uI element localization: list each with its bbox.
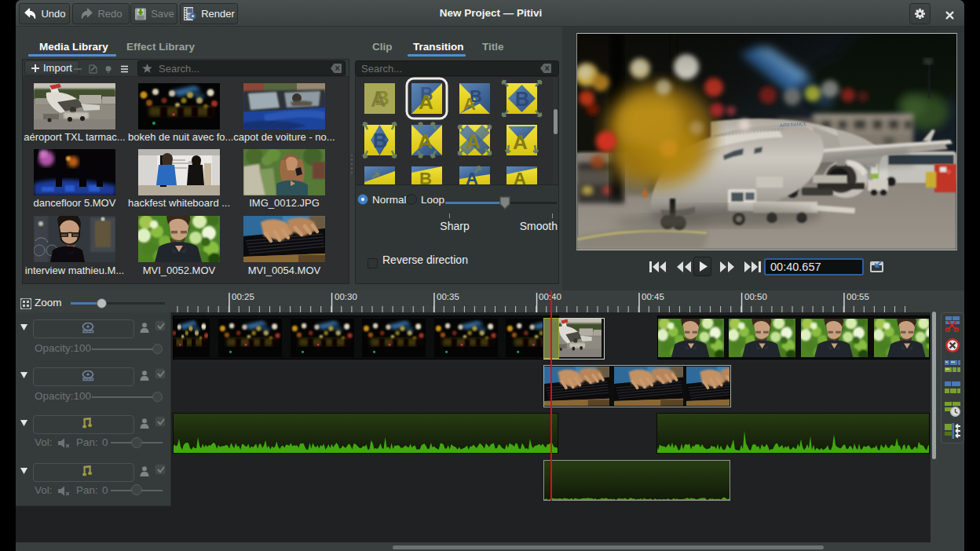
svg-text:A: A [466,130,481,153]
svg-text:B: B [373,130,387,151]
svg-text:A: A [371,88,386,111]
svg-text:A: A [514,169,526,184]
svg-text:A: A [513,130,528,154]
svg-text:A: A [419,90,433,114]
svg-text:A: A [418,130,433,153]
svg-text:B: B [419,169,432,184]
svg-text:B: B [515,88,529,110]
svg-text:A: A [463,94,476,114]
